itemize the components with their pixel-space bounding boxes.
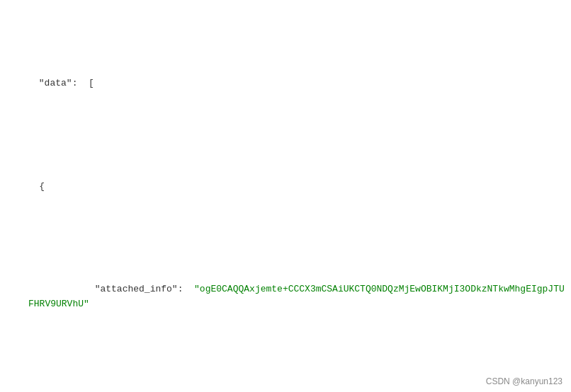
line-open-brace: { [6, 165, 565, 209]
key-attached-info: "attached_info": [50, 284, 194, 294]
json-viewer: "data": [ { "attached_info": "ogE0CAQQAx… [0, 0, 571, 392]
line-data-array: "data": [ [6, 62, 565, 105]
watermark: CSDN @kanyun123 [486, 376, 562, 386]
brace: { [39, 181, 45, 192]
line-attached-info: "attached_info": "ogE0CAQQAxjemte+CCCX3m… [6, 267, 565, 326]
line-comma1: , [6, 386, 565, 392]
key: "data": [ [28, 78, 94, 88]
